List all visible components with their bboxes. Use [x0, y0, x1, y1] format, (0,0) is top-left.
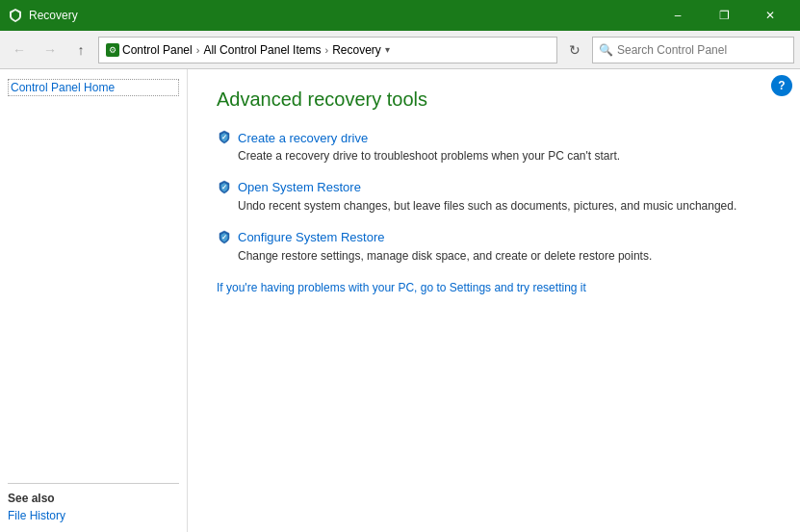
recovery-item-configure: ✓ Configure System Restore Change restor… — [217, 230, 771, 265]
svg-text:⚙: ⚙ — [109, 45, 116, 55]
breadcrumb: ⚙ Control Panel › All Control Panel Item… — [98, 37, 557, 63]
shield-icon-create: ✓ — [217, 130, 232, 145]
breadcrumb-current: Recovery — [332, 43, 381, 57]
breadcrumb-sep-2: › — [324, 44, 328, 56]
create-recovery-desc: Create a recovery drive to troubleshoot … — [238, 148, 771, 165]
recovery-item-title-create: ✓ Create a recovery drive — [217, 130, 771, 145]
close-button[interactable]: ✕ — [748, 0, 792, 31]
window-title: Recovery — [29, 9, 78, 22]
reset-settings-link[interactable]: If you're having problems with your PC, … — [217, 281, 771, 294]
up-button[interactable]: ↑ — [67, 37, 94, 63]
search-icon: 🔍 — [599, 43, 613, 57]
help-button[interactable]: ? — [771, 75, 792, 96]
shield-icon-restore: ✓ — [217, 180, 232, 195]
minimize-button[interactable]: – — [656, 0, 700, 31]
open-system-restore-link[interactable]: Open System Restore — [238, 180, 361, 194]
svg-text:✓: ✓ — [221, 234, 227, 241]
recovery-item-title-system-restore: ✓ Open System Restore — [217, 180, 771, 195]
file-history-link[interactable]: File History — [8, 509, 179, 522]
configure-system-restore-link[interactable]: Configure System Restore — [238, 230, 384, 244]
control-panel-home-link[interactable]: Control Panel Home — [8, 79, 179, 96]
recovery-item-title-configure: ✓ Configure System Restore — [217, 230, 771, 245]
content-area: Advanced recovery tools ✓ Create a recov… — [188, 69, 800, 532]
sidebar: Control Panel Home See also File History — [0, 69, 188, 532]
address-bar: ← → ↑ ⚙ Control Panel › All Control Pane… — [0, 31, 800, 69]
breadcrumb-item-all-items[interactable]: All Control Panel Items — [203, 43, 321, 57]
back-button[interactable]: ← — [6, 37, 33, 63]
refresh-button[interactable]: ↻ — [561, 37, 588, 63]
see-also-section: See also File History — [8, 483, 179, 522]
svg-text:✓: ✓ — [221, 184, 227, 190]
search-box: 🔍 — [592, 37, 794, 63]
breadcrumb-item-control-panel[interactable]: Control Panel — [122, 43, 193, 57]
title-bar-controls: – ❐ ✕ — [656, 0, 792, 31]
open-system-restore-desc: Undo recent system changes, but leave fi… — [238, 198, 771, 215]
control-panel-icon: ⚙ — [105, 42, 120, 58]
page-title: Advanced recovery tools — [217, 89, 771, 111]
create-recovery-link[interactable]: Create a recovery drive — [238, 131, 368, 145]
title-bar: Recovery – ❐ ✕ — [0, 0, 800, 31]
breadcrumb-sep-1: › — [196, 44, 200, 56]
see-also-label: See also — [8, 492, 179, 505]
search-input[interactable] — [617, 43, 787, 57]
title-bar-left: Recovery — [8, 8, 78, 23]
forward-button[interactable]: → — [37, 37, 64, 63]
recovery-item-system-restore: ✓ Open System Restore Undo recent system… — [217, 180, 771, 215]
main-layout: ? Control Panel Home See also File Histo… — [0, 69, 800, 532]
configure-system-restore-desc: Change restore settings, manage disk spa… — [238, 248, 771, 265]
app-icon — [8, 8, 23, 23]
breadcrumb-dropdown-button[interactable]: ▾ — [385, 44, 390, 55]
svg-text:✓: ✓ — [221, 134, 227, 140]
shield-icon-configure: ✓ — [217, 230, 232, 245]
recovery-item-create: ✓ Create a recovery drive Create a recov… — [217, 130, 771, 165]
restore-button[interactable]: ❐ — [702, 0, 746, 31]
